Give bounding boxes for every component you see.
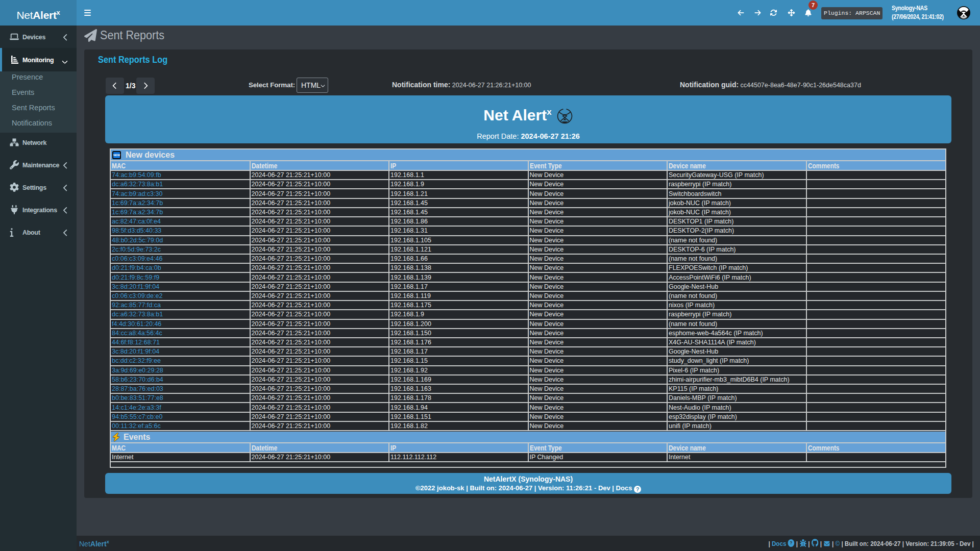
svg-text:?: ? <box>790 541 793 546</box>
